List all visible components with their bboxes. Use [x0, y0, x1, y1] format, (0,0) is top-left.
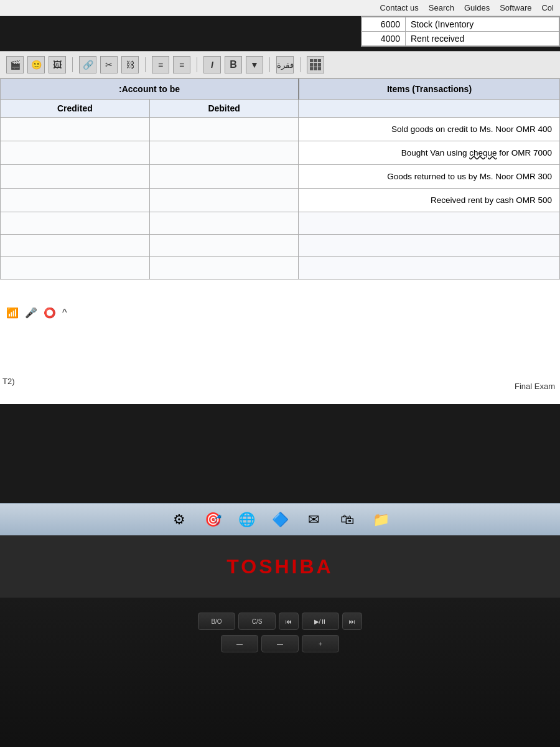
table-row: Received rent by cash OMR 500: [1, 189, 560, 212]
table-row: [1, 212, 560, 235]
toshiba-branding: TOSHIBA: [0, 535, 560, 598]
link-icon[interactable]: 🔗: [79, 56, 96, 73]
top-navigation: Contact us Search Guides Software Col: [0, 0, 560, 16]
film-icon[interactable]: 🎬: [6, 56, 24, 73]
top-data-table: 6000 Stock (Inventory 4000 Rent received: [361, 16, 560, 47]
keyboard-row-1: B/O C/S ⏮ ▶/⏸ ⏭: [0, 610, 560, 632]
credited-cell-4[interactable]: [1, 189, 150, 212]
toolbar-separator-5: [300, 57, 301, 72]
formatting-toolbar: 🎬 🙂 🖼 🔗 ✂ ⛓ ≡ ≡ I B ▼ فقرة: [0, 51, 560, 78]
key-minus1[interactable]: —: [221, 635, 258, 652]
table-row: [1, 235, 560, 257]
circle-icon: ⭕: [44, 307, 56, 319]
accounting-table: :Account to be Items (Transactions) Cred…: [0, 78, 560, 280]
key-plus[interactable]: +: [302, 635, 339, 652]
scissors-icon[interactable]: ✂: [100, 56, 118, 73]
debited-cell-3[interactable]: [149, 165, 299, 189]
top-table-value-1: 6000: [362, 17, 406, 32]
cheque-text: cheque: [469, 148, 497, 157]
settings-icon[interactable]: ⚙: [168, 509, 190, 531]
caret-icon[interactable]: ^: [62, 308, 67, 319]
key-bo[interactable]: B/O: [198, 613, 235, 630]
key-cs[interactable]: C/S: [238, 613, 276, 630]
credited-cell-1[interactable]: [1, 118, 150, 141]
table-row: [1, 257, 560, 280]
list2-icon[interactable]: ≡: [173, 56, 190, 73]
transaction-cell-2: Bought Van using cheque for OMR 7000: [299, 141, 560, 165]
credited-cell-2[interactable]: [1, 141, 150, 165]
key-next[interactable]: ⏭: [342, 613, 362, 630]
t2-label: T2): [2, 377, 15, 386]
media-icon[interactable]: 🎯: [202, 509, 224, 531]
account-header: :Account to be: [1, 79, 299, 100]
nav-search[interactable]: Search: [429, 3, 454, 12]
mic-icon: 🎤: [25, 307, 37, 319]
table-row: Goods returned to us by Ms. Noor OMR 300: [1, 165, 560, 189]
system-tray-left: 📶 🎤 ⭕ ^: [6, 307, 67, 319]
italic-button[interactable]: I: [203, 56, 221, 73]
credited-cell-3[interactable]: [1, 165, 150, 189]
toolbar-separator-2: [145, 57, 146, 72]
table-subheader-row: Credited Debited: [1, 100, 560, 118]
transactions-subheader: [299, 100, 560, 118]
wifi-icon: 📶: [6, 307, 19, 319]
key-playpause[interactable]: ▶/⏸: [302, 613, 339, 630]
debited-cell-4[interactable]: [149, 189, 299, 212]
top-table-label-2: Rent received: [406, 32, 559, 46]
toolbar-separator-3: [197, 57, 197, 72]
transaction-cell-3: Goods returned to us by Ms. Noor OMR 300: [299, 165, 560, 189]
grid-button[interactable]: [307, 56, 324, 73]
transaction-cell-4: Received rent by cash OMR 500: [299, 189, 560, 212]
debited-cell-2[interactable]: [149, 141, 299, 165]
extra-space: [0, 280, 560, 404]
debited-cell-1[interactable]: [149, 118, 299, 141]
list-icon[interactable]: ≡: [152, 56, 169, 73]
key-prev[interactable]: ⏮: [279, 613, 299, 630]
transaction-cell-1: Sold goods on credit to Ms. Noor OMR 400: [299, 118, 560, 141]
keyboard-row-2: — — +: [0, 632, 560, 655]
toshiba-logo: TOSHIBA: [226, 555, 333, 578]
taskbar: 📶 🎤 ⭕ ^ ⚙ 🎯 🌐 🔷 ✉ 🛍 📁: [0, 503, 560, 535]
nav-guides[interactable]: Guides: [464, 3, 490, 12]
dropdown-arrow[interactable]: ▼: [246, 56, 263, 73]
store-icon[interactable]: 🛍: [336, 509, 358, 531]
table-row: Sold goods on credit to Ms. Noor OMR 400: [1, 118, 560, 141]
credited-subheader: Credited: [1, 100, 150, 118]
top-table-label-1: Stock (Inventory: [406, 17, 559, 32]
chain-icon[interactable]: ⛓: [121, 56, 139, 73]
nav-col[interactable]: Col: [541, 3, 554, 12]
nav-contact[interactable]: Contact us: [380, 3, 419, 12]
key-minus2[interactable]: —: [261, 635, 299, 652]
folder-icon[interactable]: 📁: [370, 509, 392, 531]
toolbar-separator-4: [269, 57, 270, 72]
mail-icon[interactable]: ✉: [302, 509, 325, 531]
edge-icon[interactable]: 🔷: [269, 509, 291, 531]
main-content: :Account to be Items (Transactions) Cred…: [0, 78, 560, 377]
laptop-keyboard: B/O C/S ⏮ ▶/⏸ ⏭ — — +: [0, 598, 560, 747]
browser-icon[interactable]: 🌐: [235, 509, 258, 531]
debited-subheader: Debited: [149, 100, 299, 118]
items-header: Items (Transactions): [299, 79, 560, 100]
paragraph-arabic[interactable]: فقرة: [276, 56, 294, 73]
table-header-row: :Account to be Items (Transactions): [1, 79, 560, 100]
smiley-icon[interactable]: 🙂: [27, 56, 45, 73]
bold-button[interactable]: B: [225, 56, 242, 73]
toolbar-separator-1: [72, 57, 73, 72]
nav-software[interactable]: Software: [500, 3, 531, 12]
top-table-value-2: 4000: [362, 32, 406, 46]
final-exam-label: Final Exam: [515, 382, 555, 391]
image-icon[interactable]: 🖼: [49, 56, 66, 73]
table-row: Bought Van using cheque for OMR 7000: [1, 141, 560, 165]
